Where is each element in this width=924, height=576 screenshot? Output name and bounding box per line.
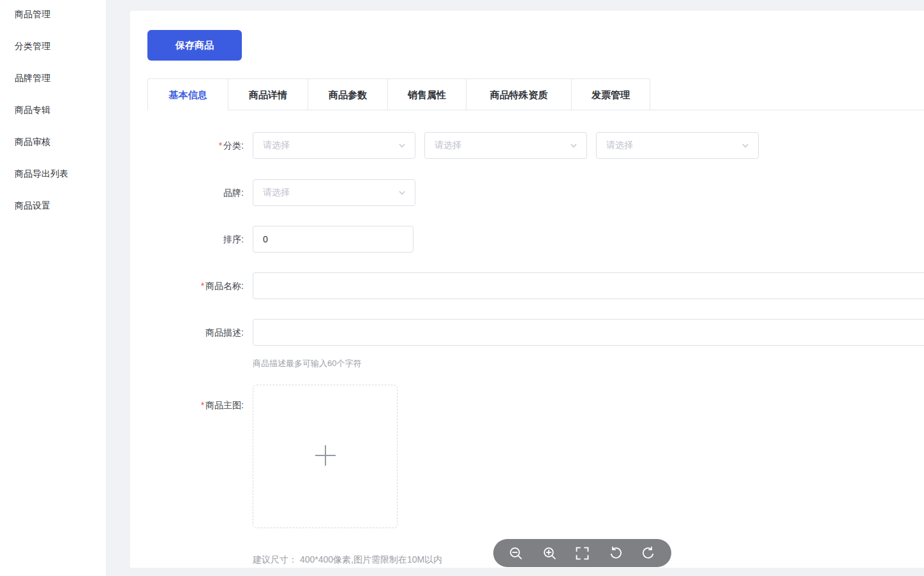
rotate-right-button[interactable] [641,546,656,561]
sidebar-item-category-management[interactable]: 分类管理 [0,30,106,62]
tab-basic-info[interactable]: 基本信息 [147,78,228,110]
chevron-down-icon [569,141,578,150]
fullscreen-button[interactable] [576,547,589,560]
chevron-down-icon [398,188,406,197]
category-select-level2-placeholder: 请选择 [435,140,461,151]
fullscreen-icon [576,547,589,560]
category-select-level1[interactable]: 请选择 [253,132,415,159]
sidebar-item-brand-management[interactable]: 品牌管理 [0,62,106,94]
tab-product-parameters[interactable]: 商品参数 [308,78,388,110]
sidebar-item-product-management[interactable]: 商品管理 [0,0,106,30]
rotate-right-icon [641,546,656,561]
main-card: 保存商品 基本信息 商品详情 商品参数 销售属性 商品特殊资质 发票管理 *分类… [130,11,924,576]
chevron-down-icon [398,141,406,150]
required-star: * [219,140,222,151]
brand-select-placeholder: 请选择 [263,187,290,198]
image-viewer-toolbar [493,539,671,567]
tab-bar: 基本信息 商品详情 商品参数 销售属性 商品特殊资质 发票管理 [147,78,650,110]
sidebar-item-product-review[interactable]: 商品审核 [0,126,106,158]
sidebar-items: 商品管理 分类管理 品牌管理 商品专辑 商品审核 商品导出列表 商品设置 [0,0,106,221]
main-image-hint: 建议尺寸： 400*400像素,图片需限制在10M以内 [253,554,442,566]
category-select-level3-placeholder: 请选择 [606,140,633,151]
tab-invoice-management[interactable]: 发票管理 [572,78,650,110]
tab-sales-attributes[interactable]: 销售属性 [388,78,466,110]
zoom-in-icon [542,546,557,561]
product-desc-hint: 商品描述最多可输入60个字符 [253,358,361,369]
plus-icon [315,445,336,469]
tab-special-qualifications[interactable]: 商品特殊资质 [466,78,572,110]
rotate-left-button[interactable] [608,546,623,561]
save-product-button[interactable]: 保存商品 [147,30,242,61]
required-star: * [201,400,204,410]
category-select-level3[interactable]: 请选择 [596,132,759,159]
sidebar: 商品管理 分类管理 品牌管理 商品专辑 商品审核 商品导出列表 商品设置 [0,0,107,576]
main-image-label: *商品主图: [130,399,244,411]
brand-select[interactable]: 请选择 [253,179,415,206]
tab-product-details[interactable]: 商品详情 [228,78,308,110]
category-select-level1-placeholder: 请选择 [263,140,290,151]
main-image-upload[interactable] [253,385,398,528]
product-desc-label: 商品描述: [130,319,244,346]
zoom-out-icon [509,546,523,561]
sort-label: 排序: [130,226,244,253]
sidebar-item-product-album[interactable]: 商品专辑 [0,94,106,126]
category-select-level2[interactable]: 请选择 [424,132,587,159]
product-name-label: *商品名称: [130,272,244,299]
sort-input[interactable] [253,226,414,253]
bottom-strip [130,568,924,576]
sidebar-item-product-export-list[interactable]: 商品导出列表 [0,158,106,189]
rotate-left-icon [608,546,623,561]
product-name-input[interactable] [253,272,924,299]
zoom-in-button[interactable] [542,546,557,561]
brand-label: 品牌: [130,179,244,206]
required-star: * [201,281,204,291]
category-label: *分类: [130,132,244,159]
product-desc-input[interactable] [253,319,924,346]
chevron-down-icon [741,141,750,150]
sidebar-item-product-settings[interactable]: 商品设置 [0,189,106,221]
zoom-out-button[interactable] [509,546,523,561]
screen: 商品管理 分类管理 品牌管理 商品专辑 商品审核 商品导出列表 商品设置 保存商… [0,0,924,576]
